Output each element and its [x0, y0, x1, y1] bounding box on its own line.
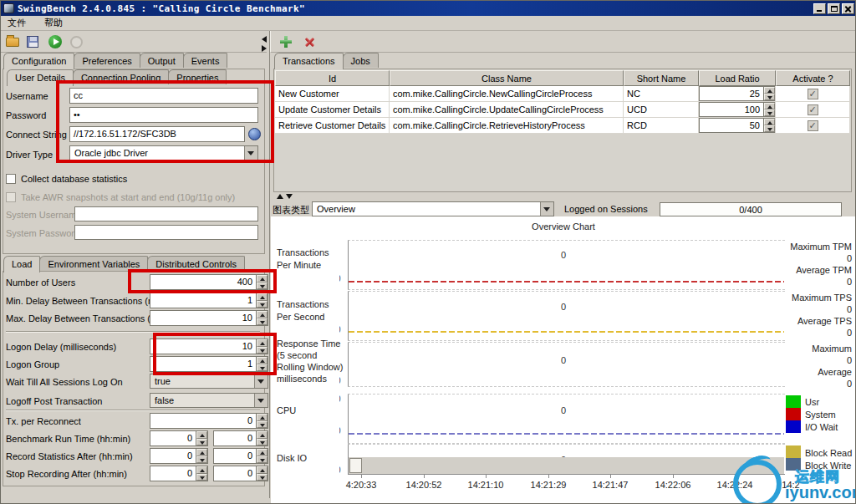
response-time-value: 0: [548, 355, 578, 365]
table-cell-id[interactable]: Update Customer Details: [275, 102, 390, 118]
username-label: Username: [6, 91, 48, 101]
cpu-value: 0: [548, 405, 578, 415]
table-cell-ratio: 100: [699, 102, 776, 118]
right-toolbar: [270, 31, 856, 53]
play-icon: [48, 35, 62, 48]
remove-transaction-button[interactable]: [301, 33, 318, 50]
activate-checkbox[interactable]: ✓: [808, 89, 818, 99]
save-config-button[interactable]: [24, 33, 41, 50]
tab-jobs[interactable]: Jobs: [343, 53, 379, 68]
response-average-value: 0: [785, 379, 852, 389]
block-read-legend-swatch: [786, 445, 801, 458]
col-header-load-ratio[interactable]: Load Ratio: [699, 70, 776, 86]
start-benchmark-button[interactable]: [47, 33, 64, 50]
chart-scrollbar[interactable]: [349, 457, 784, 474]
max-delay-stepper[interactable]: 10: [150, 310, 268, 326]
table-cell-class[interactable]: com.mike.CallingCircle.RetrieveHistoryPr…: [390, 118, 624, 134]
sessions-progressbar: 0/400: [660, 202, 842, 216]
chevron-down-icon[interactable]: [540, 202, 553, 216]
tab-load[interactable]: Load: [3, 256, 40, 272]
chart-type-label: 图表类型: [273, 204, 309, 216]
close-button[interactable]: [842, 3, 854, 14]
maximum-tps-label: Maximum TPS: [785, 293, 852, 303]
min-delay-label: Min. Delay Between Transactions (ms): [6, 296, 163, 306]
collect-stats-checkbox[interactable]: [6, 174, 16, 184]
col-header-short-name[interactable]: Short Name: [624, 70, 699, 86]
splitter-collapse-up-icon[interactable]: [277, 194, 283, 199]
load-ratio-stepper[interactable]: 50: [699, 118, 776, 133]
system-password-input[interactable]: [74, 225, 258, 240]
time-tick: 14:21:10: [459, 480, 512, 490]
table-cell-short[interactable]: RCD: [624, 118, 699, 134]
activate-checkbox[interactable]: ✓: [808, 120, 818, 131]
splitter-collapse-right-icon[interactable]: [262, 45, 267, 52]
annotation-box-number-of-users: [128, 269, 277, 293]
response-maximum-value: 0: [785, 355, 852, 365]
table-cell-id[interactable]: Retrieve Customer Details: [275, 118, 390, 134]
maximize-button[interactable]: [828, 3, 840, 14]
tab-preferences[interactable]: Preferences: [74, 53, 140, 68]
tab-events[interactable]: Events: [183, 53, 228, 68]
stop-icon: [70, 36, 83, 48]
table-cell-activate: ✓: [776, 86, 850, 102]
awr-snapshots-checkbox[interactable]: [6, 192, 16, 202]
chart-type-select[interactable]: Overview: [312, 201, 554, 216]
tab-transactions[interactable]: Transactions: [274, 53, 344, 69]
time-tick: 4:20:33: [334, 480, 388, 490]
app-window: SwingBench 2.4.0.845 : "Calling Circle B…: [0, 0, 856, 504]
record-stats-hours-stepper[interactable]: 0: [150, 448, 208, 464]
tps-value: 0: [548, 302, 578, 312]
col-header-class-name[interactable]: Class Name: [390, 70, 624, 86]
response-average-label: Average: [785, 367, 852, 377]
maximize-icon: [831, 6, 838, 12]
chevron-down-icon[interactable]: [254, 374, 268, 388]
annotation-box-user-details: [56, 80, 274, 163]
col-header-id[interactable]: Id: [275, 70, 390, 86]
wait-sessions-label: Wait Till All Sessions Log On: [6, 377, 123, 387]
min-delay-stepper[interactable]: 1: [150, 293, 268, 308]
tps-line: [349, 331, 784, 333]
annotation-box-logon: [153, 333, 277, 375]
chevron-down-icon[interactable]: [254, 394, 268, 407]
logoff-post-select[interactable]: false: [150, 393, 268, 408]
table-cell-class[interactable]: com.mike.CallingCircle.UpdateCallingCirc…: [390, 102, 624, 118]
record-stats-label: Record Statistics After (hh:min): [6, 451, 133, 461]
awr-snapshots-label: Take AWR snapshots at start and end (10g…: [21, 192, 235, 202]
stop-recording-minutes-stepper[interactable]: 0: [213, 466, 268, 481]
table-cell-class[interactable]: com.mike.CallingCircle.NewCallingCircleP…: [390, 86, 624, 102]
tpm-value: 0: [548, 250, 578, 260]
minimize-icon: [817, 10, 822, 12]
driver-type-label: Driver Type: [6, 150, 53, 160]
cpu-line: [349, 433, 784, 435]
col-header-activate[interactable]: Activate ?: [776, 70, 850, 86]
splitter-collapse-down-icon[interactable]: [286, 194, 293, 199]
app-icon: [3, 3, 14, 13]
tab-output[interactable]: Output: [140, 53, 184, 68]
add-transaction-button[interactable]: [278, 33, 294, 50]
maximum-tpm-value: 0: [785, 253, 852, 263]
load-ratio-stepper[interactable]: 25: [699, 86, 776, 101]
tx-per-reconnect-stepper[interactable]: 0: [150, 413, 268, 429]
chart-scrollbar-thumb[interactable]: [349, 458, 362, 473]
table-cell-short[interactable]: NC: [624, 86, 699, 102]
stop-recording-hours-stepper[interactable]: 0: [150, 466, 208, 481]
system-username-input[interactable]: [74, 206, 258, 221]
run-time-hours-stepper[interactable]: 0: [150, 430, 208, 446]
table-cell-id[interactable]: New Customer: [275, 86, 390, 102]
time-tick: 14:21:47: [583, 480, 637, 490]
stop-benchmark-button[interactable]: [68, 33, 84, 50]
menu-help[interactable]: 帮助: [44, 17, 63, 29]
open-config-button[interactable]: [4, 33, 21, 50]
splitter-collapse-left-icon[interactable]: [262, 36, 267, 43]
run-time-minutes-stepper[interactable]: 0: [213, 430, 268, 446]
menu-file[interactable]: 文件: [8, 17, 26, 29]
tab-configuration[interactable]: Configuration: [3, 53, 74, 69]
record-stats-minutes-stepper[interactable]: 0: [213, 448, 268, 464]
activate-checkbox[interactable]: ✓: [808, 104, 818, 115]
stop-recording-label: Stop Recording After (hh:min): [6, 469, 127, 479]
load-ratio-stepper[interactable]: 100: [699, 102, 776, 117]
table-cell-short[interactable]: UCD: [624, 102, 699, 118]
minimize-button[interactable]: [813, 3, 826, 14]
wait-sessions-select[interactable]: true: [150, 374, 268, 389]
tx-per-reconnect-label: Tx. per Reconnect: [6, 416, 81, 426]
